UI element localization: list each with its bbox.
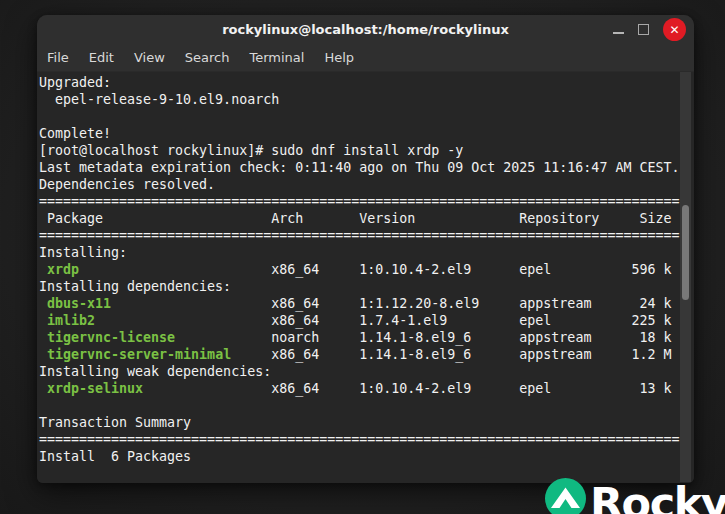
maximize-icon (638, 24, 649, 35)
terminal-line: Package Arch Version Repository Size (39, 210, 679, 227)
terminal-screen[interactable]: Upgraded: epel-release-9-10.el9.noarchCo… (37, 72, 694, 483)
terminal-line: Install 6 Packages (39, 448, 679, 465)
menu-item-search[interactable]: Search (175, 46, 240, 69)
terminal-line (39, 397, 679, 414)
menu-item-help[interactable]: Help (314, 46, 364, 69)
terminal-line: Dependencies resolved. (39, 176, 679, 193)
scrollbar-track[interactable] (680, 72, 691, 482)
rocky-logo-text: Rocky (590, 482, 725, 514)
maximize-button[interactable] (638, 24, 649, 35)
menu-item-view[interactable]: View (124, 46, 175, 69)
terminal-line (39, 108, 679, 125)
terminal-line: [root@localhost rockylinux]# sudo dnf in… (39, 142, 679, 159)
menu-item-file[interactable]: File (37, 46, 79, 69)
rocky-linux-logo: Rocky (545, 478, 725, 514)
terminal-line: tigervnc-license noarch 1.14.1-8.el9_6 a… (39, 329, 679, 346)
terminal-line: ========================================… (39, 193, 679, 210)
terminal-line: Installing weak dependencies: (39, 363, 679, 380)
terminal-output: Upgraded: epel-release-9-10.el9.noarchCo… (39, 74, 679, 465)
terminal-line: ========================================… (39, 431, 679, 448)
close-icon: ✕ (669, 24, 679, 36)
terminal-line: Upgraded: (39, 74, 679, 91)
terminal-line: Last metadata expiration check: 0:11:40 … (39, 159, 679, 176)
terminal-line: epel-release-9-10.el9.noarch (39, 91, 679, 108)
close-button[interactable]: ✕ (663, 18, 686, 41)
terminal-line: tigervnc-server-minimal x86_64 1.14.1-8.… (39, 346, 679, 363)
menu-item-terminal[interactable]: Terminal (239, 46, 314, 69)
terminal-line: imlib2 x86_64 1.7.4-1.el9 epel 225 k (39, 312, 679, 329)
terminal-line: dbus-x11 x86_64 1:1.12.20-8.el9 appstrea… (39, 295, 679, 312)
rocky-mountain-icon (545, 478, 586, 514)
window-title: rockylinux@localhost:/home/rockylinux (222, 22, 509, 37)
terminal-line: ========================================… (39, 227, 679, 244)
terminal-line: Complete! (39, 125, 679, 142)
terminal-line: Installing dependencies: (39, 278, 679, 295)
menu-item-edit[interactable]: Edit (79, 46, 124, 69)
window-controls: ✕ (613, 15, 686, 44)
terminal-line: xrdp-selinux x86_64 1:0.10.4-2.el9 epel … (39, 380, 679, 397)
terminal-window: rockylinux@localhost:/home/rockylinux ✕ … (37, 15, 694, 483)
terminal-line: Installing: (39, 244, 679, 261)
menubar: FileEditViewSearchTerminalHelp (37, 44, 694, 72)
scrollbar-thumb[interactable] (682, 205, 689, 300)
terminal-line: Transaction Summary (39, 414, 679, 431)
minimize-icon (613, 32, 624, 34)
terminal-line: xrdp x86_64 1:0.10.4-2.el9 epel 596 k (39, 261, 679, 278)
minimize-button[interactable] (613, 26, 624, 34)
titlebar[interactable]: rockylinux@localhost:/home/rockylinux ✕ (37, 15, 694, 44)
